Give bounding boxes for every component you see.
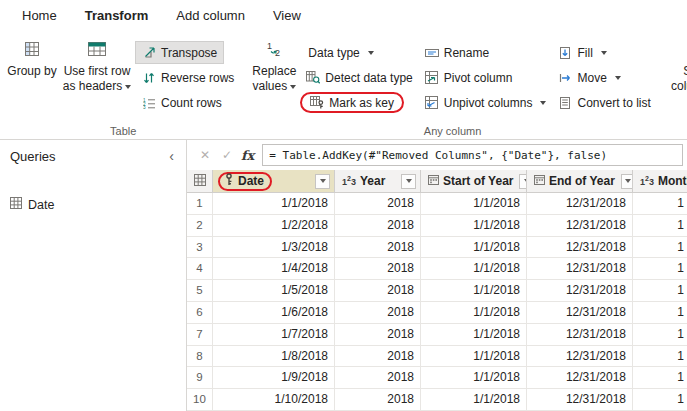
cell[interactable]: 12/31/2018: [527, 237, 633, 259]
row-number[interactable]: 5: [187, 280, 213, 302]
row-number[interactable]: 8: [187, 346, 213, 368]
filter-icon[interactable]: [315, 174, 330, 189]
cell[interactable]: 1: [633, 302, 687, 324]
tab-view[interactable]: View: [259, 1, 315, 30]
cell[interactable]: 12/31/2018: [527, 367, 633, 389]
cell[interactable]: 1: [633, 280, 687, 302]
split-column-button[interactable]: Split column: [665, 34, 687, 94]
replace-values-button[interactable]: 12 Replace values: [248, 34, 300, 94]
cell[interactable]: 1/1/2018: [421, 367, 527, 389]
cell[interactable]: 1/1/2018: [421, 389, 527, 411]
cell[interactable]: 1: [633, 193, 687, 215]
table-header-row: Date123YearStart of YearEnd of Year123Mo…: [187, 170, 687, 193]
cell[interactable]: 1/1/2018: [421, 324, 527, 346]
cell[interactable]: 1/1/2018: [421, 193, 527, 215]
tab-transform[interactable]: Transform: [71, 1, 163, 30]
cell[interactable]: 1/1/2018: [421, 258, 527, 280]
cell[interactable]: 12/31/2018: [527, 346, 633, 368]
cell[interactable]: 2018: [335, 389, 421, 411]
cell[interactable]: 1/7/2018: [213, 324, 335, 346]
move-button[interactable]: Move: [552, 67, 626, 88]
column-header-year[interactable]: 123Year: [335, 170, 421, 193]
cell[interactable]: 12/31/2018: [527, 324, 633, 346]
cell[interactable]: 12/31/2018: [527, 215, 633, 237]
cell[interactable]: 12/31/2018: [527, 389, 633, 411]
row-number[interactable]: 10: [187, 389, 213, 411]
cell[interactable]: 2018: [335, 237, 421, 259]
cell[interactable]: 12/31/2018: [527, 280, 633, 302]
column-header-end-of-year[interactable]: End of Year: [527, 170, 633, 193]
reverse-rows-button[interactable]: Reverse rows: [136, 67, 240, 88]
fill-button[interactable]: Fill: [552, 42, 612, 63]
cell[interactable]: 1/4/2018: [213, 258, 335, 280]
cell[interactable]: 2018: [335, 215, 421, 237]
pivot-column-button[interactable]: Pivot column: [419, 67, 519, 88]
use-first-row-as-headers-button[interactable]: Use first row as headers: [58, 34, 136, 94]
cell[interactable]: 2018: [335, 258, 421, 280]
cell[interactable]: 1/2/2018: [213, 215, 335, 237]
select-all-corner[interactable]: [187, 170, 213, 193]
tab-home[interactable]: Home: [8, 1, 71, 30]
unpivot-columns-button[interactable]: Unpivot columns: [419, 92, 553, 113]
cell[interactable]: 1: [633, 258, 687, 280]
detect-data-type-button[interactable]: Detect data type: [300, 67, 418, 88]
cell[interactable]: 2018: [335, 302, 421, 324]
cell[interactable]: 1/6/2018: [213, 302, 335, 324]
group-by-label: Group by: [7, 64, 56, 79]
cell[interactable]: 2018: [335, 324, 421, 346]
query-item-date[interactable]: Date: [0, 194, 186, 215]
tab-add-column[interactable]: Add column: [162, 1, 259, 30]
column-header-start-of-year[interactable]: Start of Year: [421, 170, 527, 193]
row-number[interactable]: 2: [187, 215, 213, 237]
rename-button[interactable]: Rename: [419, 42, 495, 63]
cell[interactable]: 12/31/2018: [527, 193, 633, 215]
fx-button[interactable]: fx: [241, 148, 254, 163]
row-number[interactable]: 6: [187, 302, 213, 324]
formula-input[interactable]: = Table.AddKey(#"Removed Columns", {"Dat…: [262, 144, 683, 166]
cell[interactable]: 2018: [335, 193, 421, 215]
cell[interactable]: 1/3/2018: [213, 237, 335, 259]
cell[interactable]: 1: [633, 389, 687, 411]
cell[interactable]: 1/5/2018: [213, 280, 335, 302]
cell[interactable]: 1/10/2018: [213, 389, 335, 411]
cell[interactable]: 2018: [335, 346, 421, 368]
cell[interactable]: 1: [633, 324, 687, 346]
cell[interactable]: 1: [633, 346, 687, 368]
filter-icon[interactable]: [401, 174, 416, 189]
collapse-pane-icon[interactable]: ‹: [167, 148, 176, 164]
group-by-button[interactable]: Group by: [6, 34, 58, 79]
cell[interactable]: 2018: [335, 367, 421, 389]
row-number[interactable]: 7: [187, 324, 213, 346]
cell[interactable]: 12/31/2018: [527, 258, 633, 280]
cell[interactable]: 1/1/2018: [421, 237, 527, 259]
cell[interactable]: 1/1/2018: [213, 193, 335, 215]
row-number[interactable]: 9: [187, 367, 213, 389]
commit-icon[interactable]: ✓: [219, 148, 235, 162]
column-header-date[interactable]: Date: [213, 170, 335, 193]
cell[interactable]: 1/9/2018: [213, 367, 335, 389]
data-type-button[interactable]: Data type: [300, 42, 379, 63]
cell[interactable]: 1: [633, 215, 687, 237]
cell[interactable]: 1/1/2018: [421, 280, 527, 302]
cell[interactable]: 1/8/2018: [213, 346, 335, 368]
cell[interactable]: 1/1/2018: [421, 215, 527, 237]
row-number[interactable]: 4: [187, 258, 213, 280]
row-number[interactable]: 3: [187, 237, 213, 259]
ribbon: Group by Use first row as headers Transp…: [0, 30, 687, 140]
cell[interactable]: 1: [633, 367, 687, 389]
filter-icon[interactable]: [519, 174, 527, 189]
cell[interactable]: 1: [633, 237, 687, 259]
cell[interactable]: 12/31/2018: [527, 302, 633, 324]
count-rows-button[interactable]: 123 Count rows: [136, 92, 228, 113]
cell[interactable]: 1/1/2018: [421, 302, 527, 324]
column-header-month[interactable]: 123Month: [633, 170, 687, 193]
convert-to-list-button[interactable]: Convert to list: [552, 92, 656, 113]
cell[interactable]: 2018: [335, 280, 421, 302]
number-type-icon: 123: [342, 174, 356, 188]
cancel-icon[interactable]: ✕: [197, 148, 213, 162]
row-number[interactable]: 1: [187, 193, 213, 215]
cell[interactable]: 1/1/2018: [421, 346, 527, 368]
transpose-button[interactable]: Transpose: [136, 42, 223, 63]
mark-as-key-button[interactable]: Mark as key: [300, 92, 404, 113]
filter-icon[interactable]: [621, 174, 633, 189]
